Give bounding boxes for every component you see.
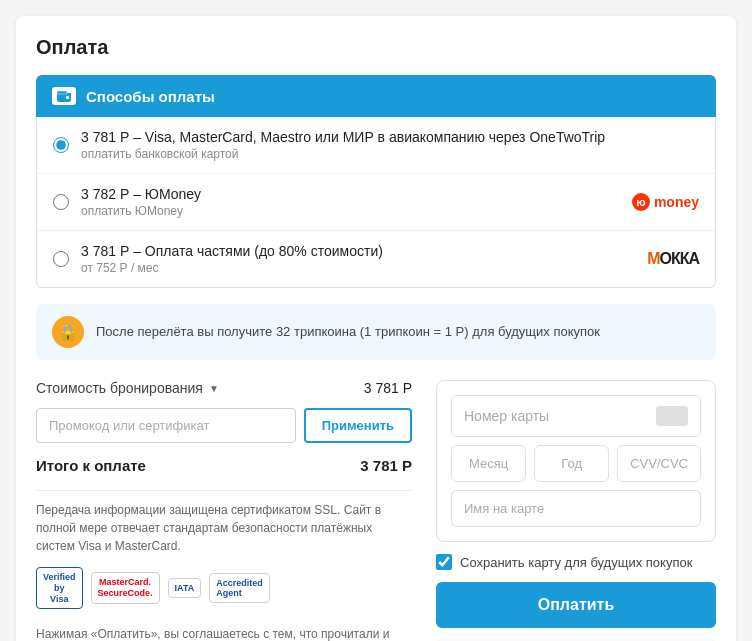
option-2-title: 3 782 Р – ЮMoney	[81, 186, 620, 202]
ssl-text: Передача информации защищена сертификато…	[36, 501, 412, 555]
apply-button[interactable]: Применить	[304, 408, 412, 443]
total-price: 3 781 Р	[360, 457, 412, 474]
promo-input[interactable]	[36, 408, 296, 443]
payment-header-label: Способы оплаты	[86, 88, 215, 105]
security-logos: VerifiedbyVisa MasterCard.SecureCode. IA…	[36, 567, 412, 609]
payment-options: 3 781 Р – Visa, MasterCard, Maestro или …	[36, 117, 716, 288]
wallet-icon	[52, 87, 76, 105]
cardholder-field[interactable]: Имя на карте	[451, 490, 701, 527]
month-field[interactable]: Месяц	[451, 445, 526, 482]
cvv-field[interactable]: CVV/CVC	[617, 445, 701, 482]
option-3-title: 3 781 Р – Оплата частями (до 80% стоимос…	[81, 243, 635, 259]
save-card-label: Сохранить карту для будущих покупок	[460, 555, 692, 570]
card-number-input[interactable]	[464, 408, 656, 424]
option-1-title: 3 781 Р – Visa, MasterCard, Maestro или …	[81, 129, 699, 145]
terms-text: Нажимая «Оплатить», вы соглашаетесь с те…	[36, 625, 412, 641]
mastercard-securecode-badge: MasterCard.SecureCode.	[91, 572, 160, 604]
bonus-banner: 🔒 После перелёта вы получите 32 трипкоин…	[36, 304, 716, 360]
payment-radio-2[interactable]	[53, 194, 69, 210]
card-expiry-row: Месяц Год CVV/CVC	[451, 445, 701, 482]
right-panel: Месяц Год CVV/CVC Имя на карте Сохранить…	[436, 380, 716, 641]
total-label: Итого к оплате	[36, 457, 146, 474]
card-number-field[interactable]	[451, 395, 701, 437]
divider	[36, 490, 412, 491]
coin-icon: 🔒	[52, 316, 84, 348]
page-title: Оплата	[36, 36, 716, 59]
option-1-subtitle: оплатить банковской картой	[81, 147, 699, 161]
total-row: Итого к оплате 3 781 Р	[36, 457, 412, 474]
save-card-checkbox[interactable]	[436, 554, 452, 570]
booking-price: 3 781 Р	[364, 380, 412, 396]
save-card-row[interactable]: Сохранить карту для будущих покупок	[436, 554, 716, 570]
option-3-subtitle: от 752 Р / мес	[81, 261, 635, 275]
year-field[interactable]: Год	[534, 445, 609, 482]
main-content: Стоимость бронирования ▼ 3 781 Р Примени…	[36, 380, 716, 641]
booking-label[interactable]: Стоимость бронирования ▼	[36, 380, 219, 396]
pay-button[interactable]: Оплатить	[436, 582, 716, 628]
svg-rect-3	[57, 91, 67, 94]
bonus-text: После перелёта вы получите 32 трипкоина …	[96, 323, 600, 341]
payment-option-2[interactable]: 3 782 Р – ЮMoney оплатить ЮMoney ю money	[37, 174, 715, 231]
iata-badge: IATA	[168, 578, 202, 598]
option-2-subtitle: оплатить ЮMoney	[81, 204, 620, 218]
verified-by-visa-badge: VerifiedbyVisa	[36, 567, 83, 609]
payment-option-1[interactable]: 3 781 Р – Visa, MasterCard, Maestro или …	[37, 117, 715, 174]
payment-radio-1[interactable]	[53, 137, 69, 153]
payment-radio-3[interactable]	[53, 251, 69, 267]
chevron-down-icon: ▼	[209, 383, 219, 394]
booking-cost-row: Стоимость бронирования ▼ 3 781 Р	[36, 380, 412, 396]
payment-option-3[interactable]: 3 781 Р – Оплата частями (до 80% стоимос…	[37, 231, 715, 287]
promo-row: Применить	[36, 408, 412, 443]
accredited-agent-badge: AccreditedAgent	[209, 573, 270, 603]
left-panel: Стоимость бронирования ▼ 3 781 Р Примени…	[36, 380, 412, 641]
svg-rect-2	[66, 96, 69, 99]
card-brand-icon	[656, 406, 688, 426]
mokka-logo: МОККА	[647, 250, 699, 268]
payment-header: Способы оплаты	[36, 75, 716, 117]
yumoney-logo: ю money	[632, 193, 699, 211]
card-form: Месяц Год CVV/CVC Имя на карте	[436, 380, 716, 542]
